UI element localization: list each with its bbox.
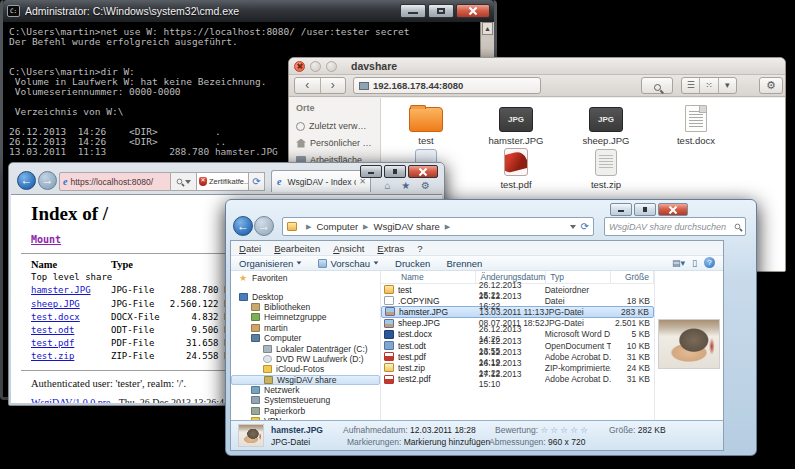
file-item-docx[interactable]: test.docx: [651, 102, 741, 146]
print-button[interactable]: Drucken: [395, 258, 430, 269]
tree-item-bibliotheken[interactable]: Bibliotheken: [231, 302, 380, 312]
file-row-copying[interactable]: .COPYING 26.12.2013 16:22 Datei 18 KB: [381, 295, 654, 306]
file-label: test.docx: [677, 135, 715, 146]
file-link[interactable]: test.docx: [31, 312, 80, 322]
file-link[interactable]: hamster.JPG: [31, 285, 91, 295]
tree-item-martin[interactable]: martin: [231, 323, 380, 333]
certificate-error-button[interactable]: Zertifikatfe...: [197, 172, 249, 191]
column-type[interactable]: Typ: [546, 271, 611, 284]
tree-item-papierkorb[interactable]: Papierkorb: [231, 406, 380, 416]
tree-item-favoriten[interactable]: ★Favoriten: [231, 273, 380, 283]
details-rating[interactable]: Bewertung: ☆ ☆ ☆ ☆ ☆: [495, 425, 588, 435]
minimize-button[interactable]: [400, 4, 426, 18]
refresh-button[interactable]: ⟳: [249, 172, 265, 191]
location-bar[interactable]: 192.168.178.44:8080: [353, 77, 541, 94]
wsgidav-link[interactable]: WsgiDAV/1.0.0.pre: [31, 397, 111, 403]
nautilus-titlebar[interactable]: davshare: [289, 58, 785, 75]
file-link[interactable]: test.odt: [31, 325, 74, 335]
tree-item-wsgidav-share[interactable]: WsgiDAV share: [231, 375, 380, 385]
file-name: test: [398, 285, 479, 295]
minimize-button[interactable]: [310, 61, 321, 72]
file-item-pdf[interactable]: test.pdf: [471, 146, 561, 190]
forward-button[interactable]: →: [38, 171, 57, 190]
back-button[interactable]: ←: [17, 171, 36, 190]
search-input[interactable]: WsgiDAV share durchsuchen: [604, 217, 746, 236]
tree-item-icloud-fotos[interactable]: iCloud-Fotos: [231, 364, 380, 374]
file-link[interactable]: test.pdf: [31, 338, 74, 348]
search-icon: [177, 179, 183, 185]
preview-button[interactable]: Vorschau: [318, 258, 379, 269]
cmd-titlebar[interactable]: Administrator: C:\Windows\system32\cmd.e…: [3, 0, 494, 22]
preview-pane-button[interactable]: ▯: [692, 258, 697, 268]
address-search-tools[interactable]: [171, 172, 197, 191]
forward-button[interactable]: ›: [321, 78, 346, 93]
file-item-zip[interactable]: test.zip: [561, 146, 651, 190]
tree-item-desktop[interactable]: Desktop: [231, 291, 380, 301]
close-button[interactable]: [294, 61, 305, 72]
menu-help[interactable]: ?: [417, 243, 422, 254]
file-link[interactable]: sheep.JPG: [31, 299, 80, 309]
rating-stars: ☆ ☆ ☆ ☆ ☆: [540, 425, 588, 435]
zip-file-icon: [595, 149, 617, 176]
maximize-button[interactable]: [428, 4, 454, 18]
folder-icon: [287, 222, 297, 231]
file-type: Adobe Acrobat D...: [545, 352, 611, 362]
tree-item-systemsteuerung[interactable]: Systemsteuerung: [231, 395, 380, 405]
menu-extras[interactable]: Extras: [377, 243, 404, 254]
maximize-button[interactable]: [326, 61, 337, 72]
help-icon[interactable]: ?: [704, 257, 715, 268]
list-view-button[interactable]: ☰: [682, 78, 699, 93]
file-item-sheep[interactable]: JPG sheep.JPG: [561, 102, 651, 146]
menu-bearbeiten[interactable]: Bearbeiten: [274, 243, 320, 254]
search-button[interactable]: [641, 77, 673, 94]
back-button[interactable]: ←: [233, 216, 253, 236]
explorer-content: Datei Bearbeiten Ansicht Extras ? Organi…: [230, 240, 724, 451]
maximize-button[interactable]: [384, 165, 406, 178]
tree-item-dvd-laufwerk[interactable]: DVD RW Laufwerk (D:): [231, 354, 380, 364]
ie-command-icons[interactable]: ⌂ ★ ⚙: [384, 180, 434, 191]
chevron-down-icon: [374, 261, 379, 264]
address-bar[interactable]: e https://localhost:8080/: [59, 172, 171, 191]
library-icon: [251, 303, 260, 311]
mount-link[interactable]: Mount: [31, 234, 61, 245]
breadcrumb[interactable]: ▶ Computer ▶ WsgiDAV share ▶ ⟳: [282, 217, 594, 236]
tab-close-icon[interactable]: ✕: [359, 177, 366, 186]
organize-button[interactable]: Organisieren: [239, 258, 302, 269]
change-view-button[interactable]: ▤▾: [672, 258, 685, 268]
breadcrumb-wsgidav-share[interactable]: WsgiDAV share: [374, 221, 440, 232]
file-item-hamster[interactable]: JPG hamster.JPG: [471, 102, 561, 146]
column-name[interactable]: Name: [397, 271, 476, 284]
history-dropdown-icon[interactable]: [570, 225, 576, 229]
close-button[interactable]: [456, 4, 490, 18]
back-button[interactable]: ‹: [295, 78, 321, 93]
scroll-up-icon[interactable]: ▲: [482, 22, 493, 35]
tree-item-netzwerk[interactable]: Netzwerk: [231, 385, 380, 395]
browser-tab[interactable]: e WsgiDAV - Index of / ✕: [271, 170, 371, 192]
grid-view-button[interactable]: ⁙: [699, 78, 717, 93]
file-type: JPG-File: [111, 284, 167, 297]
home-icon: [296, 139, 306, 148]
file-item-test[interactable]: test: [381, 102, 471, 146]
navigation-tree: ★Favoriten Desktop Bibliotheken Heimnetz…: [231, 271, 381, 420]
tree-item-computer[interactable]: Computer: [231, 333, 380, 343]
refresh-icon[interactable]: ⟳: [581, 221, 589, 232]
gear-menu-button[interactable]: ⚙: [759, 77, 783, 94]
file-row-hamster-selected[interactable]: hamster.JPG 13.03.2011 11:13 JPG-Datei 2…: [381, 306, 654, 317]
menu-datei[interactable]: Datei: [239, 243, 261, 254]
file-row-test2-pdf[interactable]: test2.pdf 27.12.2013 15:10 Adobe Acrobat…: [381, 374, 654, 385]
column-size[interactable]: Größe: [611, 271, 654, 284]
menu-ansicht[interactable]: Ansicht: [333, 243, 364, 254]
sidebar-item-home[interactable]: Persönlicher …: [296, 138, 380, 148]
tree-item-lokaler-datentraeger[interactable]: Lokaler Datenträger (C:): [231, 343, 380, 353]
minimize-button[interactable]: [360, 165, 382, 178]
burn-button[interactable]: Brennen: [446, 258, 482, 269]
file-link[interactable]: test.zip: [31, 351, 74, 361]
forward-button[interactable]: →: [254, 216, 274, 236]
file-icon: [384, 296, 394, 305]
tree-item-heimnetzgruppe[interactable]: Heimnetzgruppe: [231, 312, 380, 322]
view-dropdown-button[interactable]: ▾: [718, 78, 736, 93]
sidebar-item-recent[interactable]: Zuletzt verw…: [296, 121, 380, 131]
close-button[interactable]: [408, 165, 438, 178]
details-tags[interactable]: Markierungen: Markierung hinzufügen: [347, 437, 490, 447]
breadcrumb-computer[interactable]: Computer: [316, 221, 358, 232]
